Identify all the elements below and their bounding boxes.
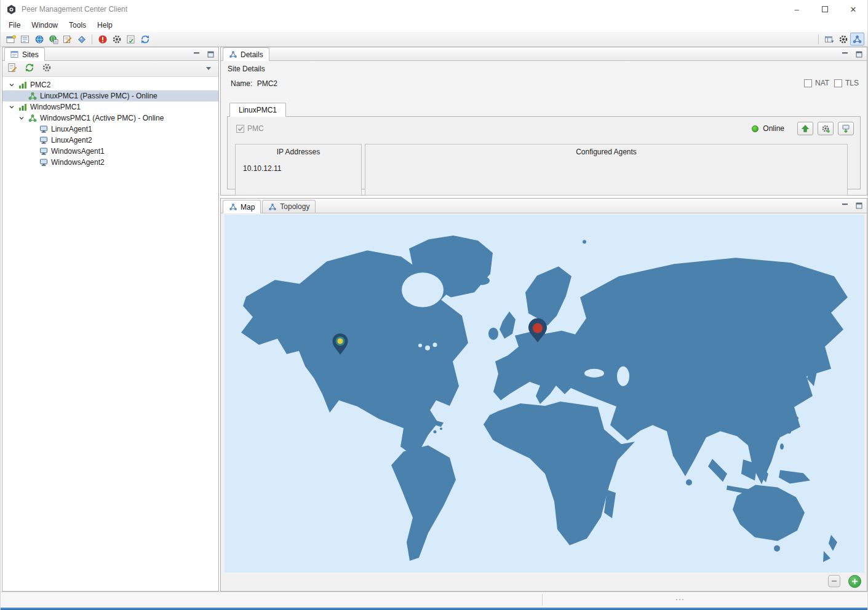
details-panel: Details Site Details Name: PMC2 NAT TLS … — [220, 47, 867, 196]
tls-checkbox-box[interactable] — [834, 79, 842, 87]
edit-properties-icon[interactable] — [60, 33, 74, 46]
zoom-in-button[interactable] — [848, 575, 861, 588]
window-bottom-edge — [1, 608, 867, 610]
menu-file[interactable]: File — [3, 19, 26, 31]
status-bar-separator — [542, 594, 543, 606]
menu-window[interactable]: Window — [26, 19, 63, 31]
sites-tree: PMC2 LinuxPMC1 (Passive PMC) - Online Wi… — [2, 77, 218, 168]
sites-tabbar: Sites — [2, 47, 218, 61]
chevron-down-icon[interactable] — [6, 82, 17, 88]
site-settings-gear-icon[interactable] — [42, 63, 52, 74]
tree-item-agent[interactable]: LinuxAgent2 — [2, 135, 218, 146]
install-agent-button[interactable] — [838, 122, 854, 135]
menu-help[interactable]: Help — [92, 19, 118, 31]
tasks-icon[interactable] — [124, 33, 138, 46]
tree-item-site[interactable]: PMC2 — [2, 79, 218, 90]
maximize-panel-icon[interactable] — [205, 49, 215, 59]
topology-perspective-icon[interactable] — [850, 33, 864, 46]
tls-checkbox[interactable]: TLS — [834, 79, 859, 87]
tab-map[interactable]: Map — [223, 200, 261, 213]
close-button[interactable]: ✕ — [839, 0, 867, 18]
maximize-icon — [822, 6, 828, 12]
refresh-sites-icon[interactable] — [25, 63, 34, 74]
tree-item-agent[interactable]: WindowsAgent2 — [2, 157, 218, 168]
web-publish-icon[interactable] — [46, 33, 60, 46]
report-icon[interactable] — [7, 63, 17, 74]
tab-sites[interactable]: Sites — [4, 47, 45, 61]
configured-agents-group: Configured Agents — [365, 144, 848, 196]
site-name: Name: PMC2 — [231, 79, 277, 88]
nat-checkbox-box[interactable] — [804, 79, 812, 87]
alerts-icon[interactable] — [95, 33, 109, 46]
tab-topology[interactable]: Topology — [262, 200, 316, 213]
status-bar — [1, 592, 867, 608]
tree-item-agent[interactable]: WindowsAgent1 — [2, 146, 218, 157]
topology-icon — [229, 50, 237, 58]
tree-item-label: WindowsPMC1 — [30, 103, 81, 111]
menu-tools[interactable]: Tools — [63, 19, 92, 31]
promote-up-button[interactable] — [797, 122, 813, 135]
ip-address-value: 10.10.12.11 — [243, 164, 282, 173]
tree-item-label: WindowsAgent2 — [51, 158, 105, 167]
tree-item-site[interactable]: WindowsPMC1 — [2, 101, 218, 113]
chevron-down-icon[interactable] — [16, 115, 27, 121]
install-download-icon — [842, 124, 850, 133]
tree-item-pmc[interactable]: LinuxPMC1 (Passive PMC) - Online — [2, 90, 218, 101]
agent-icon — [38, 158, 49, 167]
maximize-panel-icon[interactable] — [854, 200, 864, 210]
tree-item-label: LinuxPMC1 (Passive PMC) - Online — [40, 92, 157, 100]
site-icon — [17, 103, 28, 111]
tags-icon[interactable] — [74, 33, 89, 46]
promote-up-icon — [801, 124, 810, 133]
maximize-panel-icon[interactable] — [854, 49, 864, 59]
agent-icon — [38, 136, 49, 145]
title-bar: Peer Management Center Client – ✕ — [1, 0, 867, 18]
tab-topology-label: Topology — [280, 202, 309, 211]
web-browser-icon[interactable] — [32, 33, 46, 46]
minimize-panel-icon[interactable] — [191, 49, 201, 59]
map-tabbar: Map Topology — [221, 199, 867, 213]
tab-linuxpmc1[interactable]: LinuxPMC1 — [229, 103, 286, 117]
agent-gear-icon — [821, 124, 830, 133]
online-status-label: Online — [763, 124, 784, 133]
chevron-down-icon[interactable] — [6, 104, 17, 110]
map-zoom-strip — [225, 572, 863, 590]
pmc-details-content: PMC Online IP Addresses 10.10.12.11 — [227, 116, 861, 189]
pmc-icon — [27, 92, 38, 100]
topology-icon — [229, 203, 237, 211]
nat-checkbox[interactable]: NAT — [804, 79, 829, 87]
sites-panel: Sites PMC2 LinuxPMC1 (Passive PMC) - Onl… — [2, 47, 219, 592]
view-menu-icon[interactable] — [204, 67, 213, 71]
sites-tab-icon — [10, 50, 19, 58]
window-title: Peer Management Center Client — [22, 5, 127, 14]
agent-icon — [38, 125, 49, 133]
pmc-checkbox-box — [236, 125, 244, 133]
minimize-panel-icon[interactable] — [840, 49, 850, 59]
new-wizard-icon[interactable] — [4, 33, 18, 46]
pmc-checkbox: PMC — [236, 124, 264, 133]
menu-bar: File Window Tools Help — [1, 18, 867, 32]
settings-gear-icon[interactable] — [836, 33, 850, 46]
agent-settings-button[interactable] — [818, 122, 834, 135]
site-details-title: Site Details — [228, 65, 265, 73]
zoom-out-button[interactable] — [828, 575, 840, 587]
site-name-value: PMC2 — [257, 79, 277, 88]
nat-checkbox-label: NAT — [815, 79, 829, 87]
tree-item-pmc[interactable]: WindowsPMC1 (Active PMC) - Online — [2, 113, 218, 124]
show-view-icon[interactable] — [18, 33, 32, 46]
refresh-icon[interactable] — [138, 33, 152, 46]
maximize-button[interactable] — [811, 0, 839, 18]
minimize-panel-icon[interactable] — [840, 200, 850, 210]
tree-item-agent[interactable]: LinuxAgent1 — [2, 124, 218, 135]
sites-toolbar — [2, 61, 218, 77]
tab-details[interactable]: Details — [223, 47, 269, 61]
site-icon — [17, 81, 28, 89]
world-map[interactable] — [225, 215, 864, 572]
minimize-button[interactable]: – — [782, 0, 811, 18]
open-perspective-icon[interactable] — [822, 33, 836, 46]
tab-linuxpmc1-label: LinuxPMC1 — [239, 106, 277, 114]
tab-sites-label: Sites — [22, 50, 39, 59]
main-toolbar — [1, 32, 867, 47]
preferences-gear-icon[interactable] — [109, 33, 124, 46]
tree-item-label: PMC2 — [30, 81, 50, 89]
